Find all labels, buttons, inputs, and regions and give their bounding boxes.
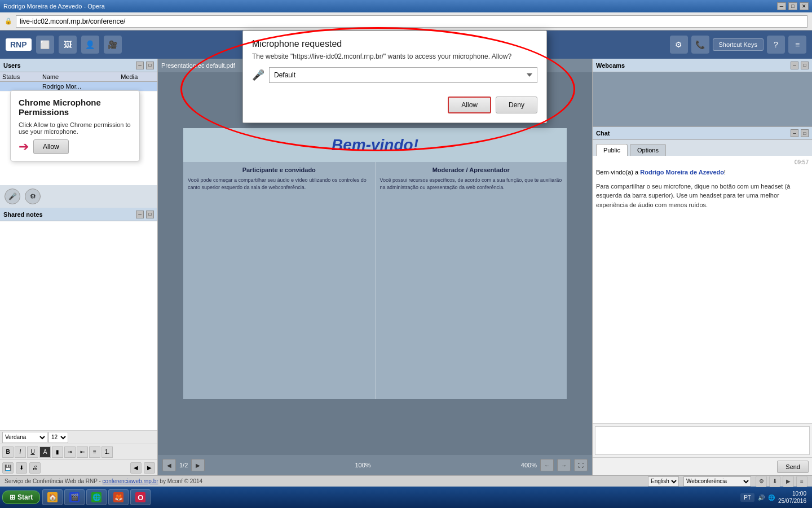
status-icon-2[interactable]: ⬇ xyxy=(769,476,780,487)
notes-format-toolbar: Verdana 12 xyxy=(0,430,157,444)
taskbar-app-2[interactable]: 🎬 xyxy=(64,489,85,505)
help-icon[interactable]: ? xyxy=(767,36,785,54)
toolbar-icon-1[interactable]: ⬜ xyxy=(36,36,54,54)
chat-panel: Chat ─ □ Public Options 09:57 Bem-vindo(… xyxy=(593,126,812,475)
shared-notes-controls: ─ □ xyxy=(136,211,154,218)
status-icon-1[interactable]: ⚙ xyxy=(756,476,767,487)
italic-button[interactable]: I xyxy=(15,446,26,458)
close-button[interactable]: ✕ xyxy=(800,2,809,10)
status-bar: Serviço de Conferência Web da RNP - conf… xyxy=(0,475,812,487)
audio-mic-button[interactable]: 🎤 xyxy=(5,189,20,204)
font-family-select[interactable]: Verdana xyxy=(2,432,47,443)
status-icon-3[interactable]: ▶ xyxy=(783,476,794,487)
taskbar-app-1[interactable]: 🏠 xyxy=(42,489,63,505)
users-panel-header: Users ─ □ xyxy=(0,59,157,72)
tooltip-text: Click Allow to give Chrome permission to… xyxy=(19,121,131,135)
zoom-in-button[interactable]: → xyxy=(557,459,571,471)
shared-notes-expand[interactable]: □ xyxy=(146,211,154,218)
col-media: Media xyxy=(118,72,157,82)
table-row: Rodrigo Mor... xyxy=(0,82,157,91)
start-label: Start xyxy=(17,493,33,501)
right-panel: Webcams ─ □ Chat ─ □ xyxy=(592,59,812,475)
indent-button[interactable]: ⇥ xyxy=(64,446,76,458)
color-button[interactable]: A xyxy=(39,446,51,458)
outdent-button[interactable]: ⇤ xyxy=(77,446,88,458)
minimize-button[interactable]: ─ xyxy=(777,2,786,10)
taskbar-clock: 10:00 25/07/2016 xyxy=(778,490,806,505)
status-icon-4[interactable]: ≡ xyxy=(796,476,807,487)
page-indicator: 1/2 xyxy=(179,462,188,468)
notes-save-icon[interactable]: 💾 xyxy=(2,462,14,474)
users-panel-controls: ─ □ xyxy=(136,62,154,69)
presentation-title: Presentation.ec default.pdf xyxy=(161,62,235,69)
prev-page-button[interactable]: ◀ xyxy=(162,459,176,471)
tooltip-allow-button[interactable]: Allow xyxy=(33,139,69,154)
ordered-list-button[interactable]: 1. xyxy=(102,446,113,458)
notes-nav-left[interactable]: ◀ xyxy=(130,462,142,474)
notes-bottom-icons: 💾 ⬇ 🖨 xyxy=(2,462,41,474)
users-minimize-button[interactable]: ─ xyxy=(136,62,144,69)
tab-options[interactable]: Options xyxy=(630,144,666,156)
mic-permission-dialog: Microphone requested The website "https:… xyxy=(242,30,547,123)
tooltip-arrow-btn: ➔ Allow xyxy=(19,139,131,154)
phone-icon[interactable]: 📞 xyxy=(691,36,709,54)
taskbar-app-3[interactable]: 🌐 xyxy=(86,489,107,505)
underline-button[interactable]: U xyxy=(27,446,38,458)
fit-button[interactable]: ⛶ xyxy=(574,459,588,471)
list-button[interactable]: ≡ xyxy=(89,446,100,458)
toolbar-icon-3[interactable]: 👤 xyxy=(81,36,99,54)
users-panel-title: Users xyxy=(3,62,21,69)
col-status: Status xyxy=(0,72,40,82)
chat-expand[interactable]: □ xyxy=(801,129,809,137)
notes-nav-right[interactable]: ▶ xyxy=(144,462,155,474)
webcams-minimize[interactable]: ─ xyxy=(791,62,798,69)
settings-icon[interactable]: ≡ xyxy=(788,36,806,54)
chat-message-1: Bem-vindo(a) a Rodrigo Moreira de Azeved… xyxy=(596,168,809,177)
chat-tabs: Public Options xyxy=(593,140,812,156)
zoom-out-button[interactable]: ← xyxy=(540,459,554,471)
mic-source-select[interactable]: Default xyxy=(269,67,537,83)
toolbar-icon-2[interactable]: 🖼 xyxy=(59,36,77,54)
shared-notes-minimize[interactable]: ─ xyxy=(136,211,144,218)
presentation-area: Bem-vindo! Participante e convidado Você… xyxy=(158,72,592,455)
toolbar-icon-4[interactable]: 🎥 xyxy=(104,36,122,54)
users-expand-button[interactable]: □ xyxy=(146,62,154,69)
audio-controls: 🎤 ⚙ xyxy=(0,185,157,208)
url-bar[interactable]: live-idc02.mconf.rnp.br/conference/ xyxy=(16,15,807,28)
taskbar-app-5[interactable]: O xyxy=(130,489,151,505)
font-size-select[interactable]: 12 xyxy=(48,432,68,443)
taskbar-icon-2: 🎬 xyxy=(69,492,80,502)
slide-col2-text: Você possui recursos específicos, de aco… xyxy=(380,177,563,191)
tooltip-title: Chrome Microphone Permissions xyxy=(19,98,131,117)
shared-notes-panel: Shared notes ─ □ Verdana 12 B xyxy=(0,208,157,475)
col-name: Name xyxy=(40,72,118,82)
slide-col-participant: Participante e convidado Você pode começ… xyxy=(183,162,375,399)
address-bar: 🔒 live-idc02.mconf.rnp.br/conference/ xyxy=(0,12,812,30)
zoom-100: 100% xyxy=(355,462,371,468)
room-select[interactable]: Webconferência xyxy=(683,476,751,487)
bold-button-2[interactable]: ▮ xyxy=(52,446,63,458)
send-button[interactable]: Send xyxy=(777,461,809,473)
chat-time: 09:57 xyxy=(596,159,809,165)
gear-icon[interactable]: ⚙ xyxy=(670,36,688,54)
start-button[interactable]: ⊞ Start xyxy=(2,491,40,504)
slide-col1-text: Você pode começar a compartilhar seu áud… xyxy=(188,177,370,191)
chat-minimize[interactable]: ─ xyxy=(791,129,798,137)
webcams-expand[interactable]: □ xyxy=(801,62,809,69)
deny-button[interactable]: Deny xyxy=(496,97,537,113)
notes-print-icon[interactable]: 🖨 xyxy=(29,462,41,474)
chat-input[interactable] xyxy=(595,426,810,455)
allow-button[interactable]: Allow xyxy=(448,97,491,113)
notes-download-icon[interactable]: ⬇ xyxy=(16,462,27,474)
audio-settings-button[interactable]: ⚙ xyxy=(25,189,41,204)
shortcut-keys-button[interactable]: Shortcut Keys xyxy=(713,38,764,51)
next-page-button[interactable]: ▶ xyxy=(191,459,205,471)
bold-button[interactable]: B xyxy=(2,446,14,458)
tab-public[interactable]: Public xyxy=(596,144,628,156)
taskbar-app-4[interactable]: 🦊 xyxy=(108,489,129,505)
title-bar: Rodrigo Moreira de Azevedo - Opera ─ □ ✕ xyxy=(0,0,812,12)
chrome-mic-tooltip: Chrome Microphone Permissions Click Allo… xyxy=(10,90,140,161)
maximize-button[interactable]: □ xyxy=(788,2,797,10)
language-select[interactable]: English xyxy=(648,476,679,487)
status-link[interactable]: conferenciaweb.rnp.br xyxy=(103,478,158,484)
